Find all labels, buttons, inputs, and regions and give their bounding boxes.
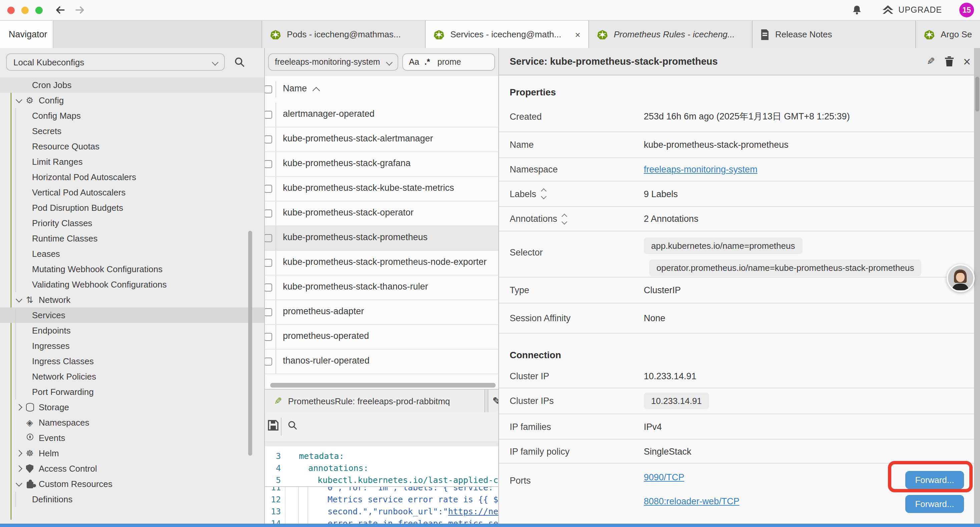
sidebar-tree-item[interactable]: Cron Jobs xyxy=(0,77,264,93)
regex-toggle[interactable]: .* xyxy=(425,57,430,67)
forward-button[interactable]: Forward... xyxy=(905,495,964,513)
row-checkbox[interactable] xyxy=(265,259,272,267)
tree-expand-chevron-icon[interactable] xyxy=(16,480,22,487)
bell-icon[interactable] xyxy=(851,5,862,15)
close-window-button[interactable] xyxy=(7,6,15,14)
sidebar-tree-item[interactable]: Validating Webhook Configurations xyxy=(0,277,264,292)
port-link[interactable]: 8080:reloader-web/TCP xyxy=(644,496,740,506)
notification-badge[interactable]: 15 xyxy=(959,3,974,18)
search-icon[interactable] xyxy=(234,57,245,67)
table-row[interactable]: prometheus-adapter xyxy=(265,300,498,325)
table-row[interactable]: kube-prometheus-stack-prometheus-node-ex… xyxy=(265,251,498,275)
editor-search-icon[interactable] xyxy=(288,420,298,430)
upgrade-icon[interactable] xyxy=(881,5,894,15)
tab-navigator[interactable]: Navigator xyxy=(0,21,53,48)
minimize-window-button[interactable] xyxy=(21,6,29,14)
namespace-link[interactable]: freeleaps-monitoring-system xyxy=(644,164,757,174)
row-checkbox[interactable] xyxy=(265,209,272,218)
port-link[interactable]: 9090/TCP xyxy=(644,472,684,482)
selector-chip[interactable]: operator.prometheus.io/name=kube-prometh… xyxy=(649,260,922,276)
trash-icon[interactable] xyxy=(945,56,954,67)
drawer-scrollbar-thumb[interactable] xyxy=(975,77,979,111)
table-row[interactable]: alertmanager-operated xyxy=(265,103,498,127)
sidebar-tree-item[interactable]: Priority Classes xyxy=(0,215,264,231)
row-checkbox[interactable] xyxy=(265,185,272,193)
expand-collapse-icon[interactable] xyxy=(563,214,567,223)
tree-expand-chevron-icon[interactable] xyxy=(16,404,22,411)
save-icon[interactable] xyxy=(267,420,279,431)
sidebar-tree-item[interactable]: Network Policies xyxy=(0,369,264,384)
drawer-scrollbar-track[interactable] xyxy=(974,48,980,524)
table-row[interactable]: kube-prometheus-stack-prometheus xyxy=(265,226,498,251)
row-checkbox[interactable] xyxy=(265,358,272,366)
tree-expand-chevron-icon[interactable] xyxy=(16,296,22,303)
editor-tab[interactable]: ✎ PrometheusRule: freeleaps-prod-rabbitm… xyxy=(265,390,485,412)
namespace-select[interactable]: freeleaps-monitoring-system xyxy=(268,53,398,71)
sidebar-tree-item[interactable]: Storage xyxy=(0,400,264,415)
property-label[interactable]: Annotations xyxy=(510,214,567,224)
sidebar-tree-item[interactable]: Config xyxy=(0,93,264,108)
row-checkbox[interactable] xyxy=(265,111,272,119)
sidebar-tree-item[interactable]: Runtime Classes xyxy=(0,231,264,246)
sidebar-tree-item[interactable]: Access Control xyxy=(0,461,264,476)
content-tab[interactable]: Argo Se xyxy=(916,21,980,48)
editor-scroll-area[interactable]: 110", for: "1m", labels: { service: "f 1… xyxy=(265,487,498,524)
sidebar-tree-item[interactable]: Leases xyxy=(0,246,264,261)
name-column-header[interactable]: Name xyxy=(283,83,307,93)
table-row[interactable]: prometheus-operated xyxy=(265,325,498,350)
table-row[interactable]: kube-prometheus-stack-grafana xyxy=(265,152,498,177)
zoom-window-button[interactable] xyxy=(35,6,43,14)
table-row[interactable]: kube-prometheus-stack-kube-state-metrics xyxy=(265,177,498,201)
sidebar-tree-item[interactable]: Namespaces xyxy=(0,415,264,430)
close-tab-icon[interactable]: × xyxy=(574,29,582,40)
sidebar-tree-item[interactable]: Vertical Pod Autoscalers xyxy=(0,185,264,200)
close-icon[interactable]: × xyxy=(963,55,970,68)
tree-expand-chevron-icon[interactable] xyxy=(16,450,22,457)
yaml-editor[interactable]: 3metadata: 4annotations: 5kubectl.kubern… xyxy=(265,446,498,524)
sidebar-scrollbar[interactable] xyxy=(248,231,252,455)
sidebar-tree-item[interactable]: Definitions xyxy=(0,492,264,507)
row-checkbox[interactable] xyxy=(265,135,272,143)
sort-ascending-icon[interactable] xyxy=(313,87,320,95)
sidebar-tree-item[interactable]: Helm xyxy=(0,446,264,461)
sidebar-tree-item[interactable]: Port Forwarding xyxy=(0,384,264,400)
tree-expand-chevron-icon[interactable] xyxy=(16,96,22,103)
selector-chip[interactable]: app.kubernetes.io/name=prometheus xyxy=(644,237,802,254)
sidebar-tree-item[interactable]: Ingresses xyxy=(0,338,264,353)
row-checkbox[interactable] xyxy=(265,333,272,341)
kubeconfig-select[interactable]: Local Kubeconfigs xyxy=(6,53,225,71)
row-checkbox[interactable] xyxy=(265,160,272,168)
back-arrow-icon[interactable] xyxy=(55,5,65,15)
sidebar-tree-item[interactable]: Ingress Classes xyxy=(0,353,264,369)
match-case-toggle[interactable]: Aa xyxy=(409,57,419,67)
content-tab[interactable]: Release Notes xyxy=(752,21,916,48)
sidebar-tree-item[interactable]: Resource Quotas xyxy=(0,139,264,154)
row-checkbox[interactable] xyxy=(265,308,272,316)
tree-expand-chevron-icon[interactable] xyxy=(16,465,22,472)
expand-collapse-icon[interactable] xyxy=(542,189,546,199)
select-all-checkbox[interactable] xyxy=(265,85,272,93)
horizontal-scrollbar[interactable] xyxy=(270,383,496,388)
table-row[interactable]: kube-prometheus-stack-operator xyxy=(265,201,498,226)
row-checkbox[interactable] xyxy=(265,234,272,242)
sidebar-tree-item[interactable]: Network xyxy=(0,292,264,307)
avatar[interactable] xyxy=(947,264,975,292)
property-label[interactable]: Labels xyxy=(510,189,546,199)
sidebar-tree-item[interactable]: Pod Disruption Budgets xyxy=(0,200,264,215)
sidebar-tree-item[interactable]: Events xyxy=(0,430,264,446)
sidebar-tree-item[interactable]: Services xyxy=(0,307,264,323)
editor-tab-partial[interactable]: ✎ xyxy=(488,390,498,412)
row-checkbox[interactable] xyxy=(265,283,272,291)
content-tab[interactable]: Services - icecheng@math... × xyxy=(426,21,589,48)
table-row[interactable]: kube-prometheus-stack-thanos-ruler xyxy=(265,275,498,300)
sidebar-tree-item[interactable]: Endpoints xyxy=(0,323,264,338)
sidebar-tree-item[interactable]: Mutating Webhook Configurations xyxy=(0,261,264,277)
sidebar-tree-item[interactable]: Config Maps xyxy=(0,108,264,123)
sidebar-tree-item[interactable]: Secrets xyxy=(0,123,264,139)
url-link[interactable]: https://net xyxy=(448,506,498,516)
content-tab[interactable]: Prometheus Rules - icecheng... xyxy=(589,21,752,48)
cluster-ip-chip[interactable]: 10.233.14.91 xyxy=(644,393,709,409)
sidebar-tree-item[interactable]: Limit Ranges xyxy=(0,154,264,169)
edit-icon[interactable]: ✎ xyxy=(927,56,935,67)
sidebar-tree-item[interactable]: Custom Resources xyxy=(0,476,264,492)
